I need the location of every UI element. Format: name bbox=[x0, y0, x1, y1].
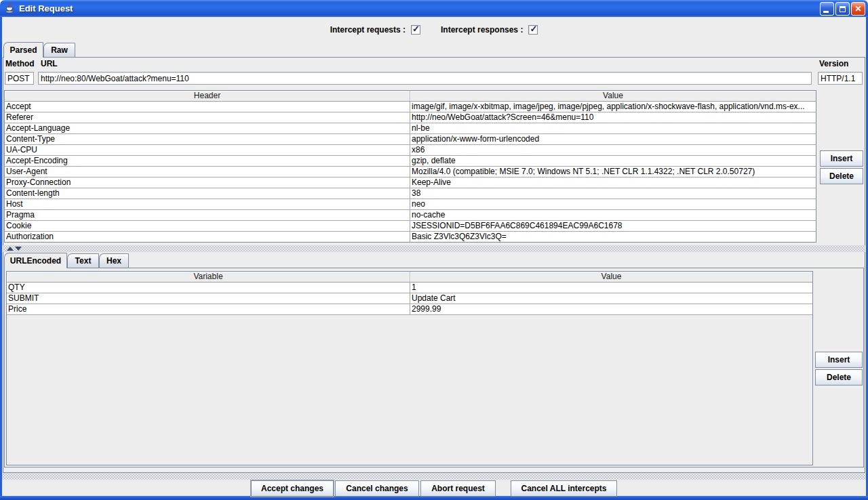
table-cell[interactable]: 38 bbox=[410, 188, 816, 199]
table-cell[interactable]: Accept-Encoding bbox=[5, 156, 410, 166]
java-cup-icon bbox=[4, 3, 16, 14]
table-row[interactable]: UA-CPUx86 bbox=[5, 145, 816, 156]
table-cell[interactable]: 1 bbox=[410, 283, 812, 293]
intercept-responses-checkbox[interactable]: ✓ bbox=[528, 25, 538, 35]
table-cell[interactable]: Content-Type bbox=[5, 134, 410, 144]
header-column-header[interactable]: Header bbox=[5, 91, 410, 101]
table-cell[interactable]: nl-be bbox=[410, 123, 816, 133]
cancel-changes-label: Cancel changes bbox=[346, 484, 408, 493]
table-cell[interactable]: Pragma bbox=[5, 210, 410, 220]
variables-table: Variable Value QTY1SUBMITUpdate CartPric… bbox=[6, 271, 813, 465]
table-row[interactable]: Acceptimage/gif, image/x-xbitmap, image/… bbox=[5, 102, 816, 112]
table-row[interactable]: Refererhttp://neo/WebGoat/attack?Screen=… bbox=[5, 112, 816, 123]
table-cell[interactable]: Cookie bbox=[5, 221, 410, 231]
variables-delete-button[interactable]: Delete bbox=[815, 369, 863, 386]
tab-text-label: Text bbox=[75, 256, 92, 266]
accept-changes-label: Accept changes bbox=[261, 484, 323, 493]
headers-table-header[interactable]: Header Value bbox=[5, 91, 816, 102]
tab-text[interactable]: Text bbox=[67, 253, 99, 268]
delete-label: Delete bbox=[827, 373, 851, 382]
split-divider[interactable] bbox=[3, 245, 865, 252]
variables-insert-button[interactable]: Insert bbox=[815, 352, 863, 368]
table-cell[interactable]: SUBMIT bbox=[7, 293, 410, 304]
accept-changes-button[interactable]: Accept changes bbox=[251, 480, 334, 497]
tab-hex[interactable]: Hex bbox=[99, 253, 129, 268]
table-row[interactable]: User-AgentMozilla/4.0 (compatible; MSIE … bbox=[5, 167, 816, 178]
table-row[interactable]: Content-length38 bbox=[5, 188, 816, 199]
version-field[interactable] bbox=[818, 72, 863, 85]
table-cell[interactable]: Authorization bbox=[5, 232, 410, 242]
tab-hex-label: Hex bbox=[106, 256, 121, 266]
table-cell[interactable]: x86 bbox=[410, 145, 816, 155]
table-cell[interactable]: Update Cart bbox=[410, 293, 812, 304]
table-row[interactable]: Accept-Languagenl-be bbox=[5, 123, 816, 134]
intercept-responses-label: Intercept responses : bbox=[441, 25, 523, 35]
table-cell[interactable]: QTY bbox=[7, 283, 410, 293]
table-cell[interactable]: Keep-Alive bbox=[410, 178, 816, 188]
table-cell[interactable]: Accept-Language bbox=[5, 123, 410, 133]
collapse-down-icon[interactable] bbox=[15, 247, 22, 251]
variable-column-header[interactable]: Variable bbox=[7, 272, 410, 282]
table-cell[interactable]: User-Agent bbox=[5, 167, 410, 177]
insert-label: Insert bbox=[828, 355, 850, 364]
table-cell[interactable]: Mozilla/4.0 (compatible; MSIE 7.0; Windo… bbox=[410, 167, 816, 177]
table-row[interactable]: AuthorizationBasic Z3Vlc3Q6Z3Vlc3Q= bbox=[5, 232, 816, 243]
action-button-row: Accept changes Cancel changes Abort requ… bbox=[2, 480, 866, 497]
value-column-header[interactable]: Value bbox=[410, 91, 816, 101]
bottom-divider[interactable] bbox=[2, 473, 866, 480]
table-row[interactable]: Hostneo bbox=[5, 199, 816, 210]
abort-request-button[interactable]: Abort request bbox=[420, 480, 496, 497]
tab-raw[interactable]: Raw bbox=[43, 43, 75, 57]
close-icon: ✕ bbox=[854, 5, 861, 13]
button-spacer bbox=[497, 480, 509, 497]
table-row[interactable]: Proxy-ConnectionKeep-Alive bbox=[5, 178, 816, 188]
title-bar[interactable]: Edit Request ✕ bbox=[0, 0, 868, 17]
table-row[interactable]: Content-Typeapplication/x-www-form-urlen… bbox=[5, 134, 816, 145]
method-label: Method bbox=[5, 59, 35, 68]
intercept-requests-checkbox[interactable]: ✓ bbox=[411, 25, 420, 35]
version-label: Version bbox=[819, 59, 848, 68]
table-row[interactable]: Price2999.99 bbox=[7, 304, 812, 315]
table-cell[interactable]: Content-length bbox=[5, 188, 410, 199]
maximize-button[interactable] bbox=[835, 2, 850, 16]
table-row[interactable]: Accept-Encodinggzip, deflate bbox=[5, 156, 816, 167]
variables-table-header[interactable]: Variable Value bbox=[7, 272, 812, 283]
table-cell[interactable]: Proxy-Connection bbox=[5, 178, 410, 188]
table-cell[interactable]: 2999.99 bbox=[410, 304, 812, 314]
headers-table: Header Value Acceptimage/gif, image/x-xb… bbox=[4, 90, 816, 243]
headers-insert-button[interactable]: Insert bbox=[820, 150, 863, 167]
url-field[interactable] bbox=[38, 72, 812, 85]
table-cell[interactable]: Referer bbox=[5, 112, 410, 123]
table-cell[interactable]: http://neo/WebGoat/attack?Screen=46&menu… bbox=[410, 112, 816, 123]
minimize-button[interactable] bbox=[820, 2, 834, 16]
table-row[interactable]: Pragmano-cache bbox=[5, 210, 816, 221]
table-cell[interactable]: JSESSIONID=D5BF6FAA6C869C461894EAC99A6C1… bbox=[410, 221, 816, 231]
table-cell[interactable]: Basic Z3Vlc3Q6Z3Vlc3Q= bbox=[410, 232, 816, 242]
table-cell[interactable]: neo bbox=[410, 199, 816, 209]
delete-label: Delete bbox=[829, 171, 854, 181]
cancel-all-intercepts-button[interactable]: Cancel ALL intercepts bbox=[511, 480, 617, 497]
value-column-header[interactable]: Value bbox=[410, 272, 812, 282]
table-cell[interactable]: no-cache bbox=[410, 210, 816, 220]
table-cell[interactable]: UA-CPU bbox=[5, 145, 410, 155]
cancel-changes-button[interactable]: Cancel changes bbox=[335, 480, 419, 497]
collapse-up-icon[interactable] bbox=[7, 247, 14, 251]
table-cell[interactable]: gzip, deflate bbox=[410, 156, 816, 166]
table-row[interactable]: QTY1 bbox=[7, 283, 812, 293]
table-row[interactable]: SUBMITUpdate Cart bbox=[7, 293, 812, 304]
tab-raw-label: Raw bbox=[51, 45, 68, 55]
table-row[interactable]: CookieJSESSIONID=D5BF6FAA6C869C461894EAC… bbox=[5, 221, 816, 232]
close-button[interactable]: ✕ bbox=[851, 2, 865, 16]
abort-request-label: Abort request bbox=[431, 484, 485, 493]
table-cell[interactable]: Host bbox=[5, 199, 410, 209]
table-cell[interactable]: Accept bbox=[5, 102, 410, 112]
intercept-requests-label: Intercept requests : bbox=[330, 25, 406, 35]
table-cell[interactable]: Price bbox=[7, 304, 410, 314]
window-title: Edit Request bbox=[19, 3, 73, 14]
tab-urlencoded[interactable]: URLEncoded bbox=[4, 253, 67, 268]
tab-parsed[interactable]: Parsed bbox=[3, 42, 43, 58]
table-cell[interactable]: application/x-www-form-urlencoded bbox=[410, 134, 816, 144]
headers-delete-button[interactable]: Delete bbox=[820, 168, 863, 184]
method-field[interactable] bbox=[5, 72, 34, 85]
table-cell[interactable]: image/gif, image/x-xbitmap, image/jpeg, … bbox=[410, 102, 816, 112]
